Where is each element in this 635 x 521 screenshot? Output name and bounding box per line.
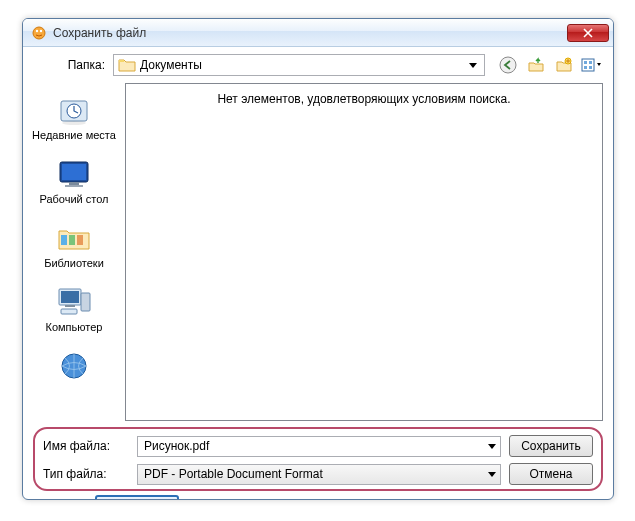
chevron-down-icon <box>488 439 496 453</box>
folder-value: Документы <box>140 58 466 72</box>
svg-rect-23 <box>65 305 75 307</box>
window-title: Сохранить файл <box>53 26 567 40</box>
svg-rect-6 <box>582 59 594 71</box>
svg-rect-16 <box>69 182 79 185</box>
titlebar: Сохранить файл <box>23 19 613 47</box>
svg-rect-3 <box>119 60 124 62</box>
back-button[interactable] <box>497 54 519 76</box>
chevron-down-icon <box>488 467 496 481</box>
preserve-date-checkbox-wrap: Сохранять исходные дату/время <box>189 499 391 500</box>
folder-label: Папка: <box>43 58 113 72</box>
svg-rect-25 <box>61 309 77 314</box>
filename-value: Рисунок.pdf <box>144 439 209 453</box>
folder-icon <box>118 57 136 73</box>
svg-rect-24 <box>81 293 90 311</box>
empty-message: Нет элементов, удовлетворяющих условиям … <box>217 92 510 420</box>
svg-rect-8 <box>589 61 592 64</box>
preserve-date-checkbox[interactable] <box>189 500 202 501</box>
cancel-button[interactable]: Отмена <box>509 463 593 485</box>
desktop-icon <box>55 157 93 191</box>
app-icon <box>31 25 47 41</box>
svg-rect-15 <box>62 164 86 180</box>
svg-point-13 <box>62 121 86 125</box>
close-button[interactable] <box>567 24 609 42</box>
svg-rect-17 <box>65 185 83 187</box>
new-folder-button[interactable] <box>553 54 575 76</box>
filename-input[interactable]: Рисунок.pdf <box>137 436 501 457</box>
filetype-value: PDF - Portable Document Format <box>144 467 323 481</box>
place-desktop[interactable]: Рабочий стол <box>28 153 120 209</box>
svg-rect-18 <box>61 235 67 245</box>
preserve-date-label: Сохранять исходные дату/время <box>208 499 391 500</box>
place-recent[interactable]: Недавние места <box>28 89 120 145</box>
svg-rect-7 <box>584 61 587 64</box>
dialog-body: Недавние места Рабочий стол Библиотеки К… <box>23 83 613 421</box>
save-file-dialog: Сохранить файл Папка: Документы <box>22 18 614 500</box>
network-icon <box>55 349 93 383</box>
filename-row: Имя файла: Рисунок.pdf Сохранить <box>43 435 593 457</box>
options-button[interactable]: Опции <box>95 495 179 500</box>
filetype-label: Тип файла: <box>43 467 129 481</box>
svg-point-1 <box>36 29 38 31</box>
folder-toolbar: Папка: Документы <box>23 47 613 83</box>
places-bar: Недавние места Рабочий стол Библиотеки К… <box>23 83 125 421</box>
place-label: Компьютер <box>46 321 103 333</box>
highlight-annotation: Имя файла: Рисунок.pdf Сохранить Тип фай… <box>33 427 603 491</box>
recent-places-icon <box>55 93 93 127</box>
svg-rect-20 <box>77 235 83 245</box>
folder-dropdown[interactable]: Документы <box>113 54 485 76</box>
svg-rect-22 <box>61 291 79 303</box>
svg-point-4 <box>500 57 516 73</box>
view-menu-button[interactable] <box>581 54 603 76</box>
file-list[interactable]: Нет элементов, удовлетворяющих условиям … <box>125 83 603 421</box>
svg-rect-10 <box>589 66 592 69</box>
svg-point-0 <box>33 27 45 39</box>
place-label: Недавние места <box>32 129 116 141</box>
filetype-dropdown[interactable]: PDF - Portable Document Format <box>137 464 501 485</box>
computer-icon <box>55 285 93 319</box>
place-label: Библиотеки <box>44 257 104 269</box>
libraries-icon <box>55 221 93 255</box>
place-libraries[interactable]: Библиотеки <box>28 217 120 273</box>
extras-row: Опции Сохранять исходные дату/время <box>33 491 603 500</box>
filename-label: Имя файла: <box>43 439 129 453</box>
place-computer[interactable]: Компьютер <box>28 281 120 337</box>
place-label: Рабочий стол <box>39 193 108 205</box>
svg-rect-9 <box>584 66 587 69</box>
save-button[interactable]: Сохранить <box>509 435 593 457</box>
toolbar-icons <box>497 54 603 76</box>
svg-rect-19 <box>69 235 75 245</box>
bottom-panel: Имя файла: Рисунок.pdf Сохранить Тип фай… <box>23 421 613 500</box>
up-one-level-button[interactable] <box>525 54 547 76</box>
chevron-down-icon <box>466 58 480 72</box>
svg-point-2 <box>40 29 42 31</box>
place-network[interactable] <box>28 345 120 389</box>
filetype-row: Тип файла: PDF - Portable Document Forma… <box>43 463 593 485</box>
